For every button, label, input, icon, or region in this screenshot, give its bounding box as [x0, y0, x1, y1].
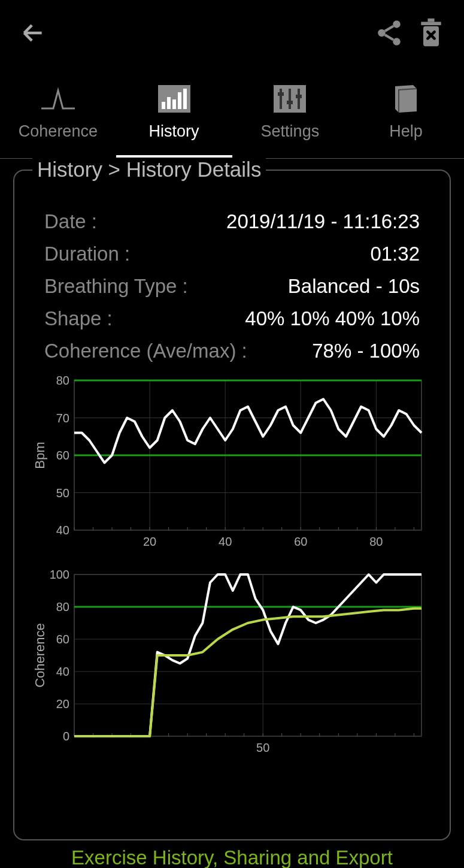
- svg-rect-8: [167, 97, 171, 109]
- back-button[interactable]: [12, 12, 54, 54]
- breathing-type-label: Breathing Type :: [44, 275, 188, 298]
- svg-rect-14: [289, 89, 291, 109]
- tab-history[interactable]: History: [116, 66, 232, 158]
- svg-text:Coherence: Coherence: [32, 623, 47, 688]
- svg-text:40: 40: [219, 535, 232, 548]
- svg-point-2: [393, 38, 401, 45]
- svg-text:40: 40: [56, 524, 69, 537]
- tab-label: History: [149, 122, 199, 141]
- svg-rect-18: [296, 95, 302, 98]
- svg-text:60: 60: [56, 449, 69, 462]
- bar-chart-icon: [156, 84, 192, 114]
- coherence-value: 78% - 100%: [312, 340, 420, 362]
- tab-help[interactable]: Help: [348, 66, 464, 158]
- share-button[interactable]: [368, 12, 410, 54]
- svg-point-1: [378, 29, 386, 37]
- svg-text:70: 70: [56, 412, 69, 425]
- svg-rect-9: [172, 99, 176, 109]
- svg-text:Bpm: Bpm: [32, 441, 47, 468]
- svg-text:80: 80: [56, 374, 69, 387]
- svg-text:50: 50: [56, 486, 69, 500]
- svg-rect-10: [178, 92, 181, 109]
- svg-rect-60: [74, 574, 421, 736]
- svg-text:80: 80: [56, 600, 69, 613]
- shape-label: Shape :: [44, 307, 113, 330]
- svg-text:0: 0: [63, 730, 69, 743]
- tab-label: Coherence: [19, 122, 98, 141]
- tab-coherence[interactable]: Coherence: [0, 66, 116, 158]
- footer-caption: Exercise History, Sharing and Export: [0, 846, 464, 868]
- svg-rect-3: [421, 22, 441, 25]
- svg-text:60: 60: [294, 535, 307, 548]
- svg-rect-11: [183, 89, 187, 109]
- shape-value: 40% 10% 40% 10%: [245, 307, 420, 330]
- tab-settings[interactable]: Settings: [232, 66, 348, 158]
- svg-text:40: 40: [56, 665, 69, 678]
- date-value: 2019/11/19 - 11:16:23: [226, 210, 420, 233]
- tab-label: Settings: [261, 122, 320, 141]
- svg-text:80: 80: [369, 535, 383, 548]
- svg-text:100: 100: [50, 568, 69, 581]
- bpm-chart: 405060708020406080Bpm: [32, 374, 432, 557]
- pulse-icon: [40, 84, 76, 114]
- duration-value: 01:32: [370, 243, 420, 265]
- sliders-icon: [272, 84, 308, 114]
- svg-rect-17: [287, 101, 293, 104]
- svg-text:20: 20: [56, 697, 69, 710]
- breathing-type-value: Balanced - 10s: [288, 275, 420, 298]
- svg-rect-15: [298, 89, 300, 109]
- delete-button[interactable]: [410, 12, 452, 54]
- svg-rect-16: [278, 92, 284, 96]
- coherence-chart: 02040608010050Coherence: [32, 568, 432, 763]
- svg-rect-13: [280, 89, 282, 109]
- tab-label: Help: [389, 122, 423, 141]
- book-icon: [388, 84, 424, 114]
- svg-rect-7: [162, 102, 165, 109]
- svg-rect-4: [427, 19, 434, 22]
- coherence-label: Coherence (Ave/max) :: [44, 340, 247, 362]
- date-label: Date :: [44, 210, 97, 233]
- history-details-panel: History > History Details Date :2019/11/…: [13, 170, 451, 840]
- breadcrumb: History > History Details: [32, 158, 266, 182]
- duration-label: Duration :: [44, 243, 130, 265]
- svg-text:20: 20: [143, 535, 156, 548]
- svg-text:60: 60: [56, 633, 69, 646]
- svg-text:50: 50: [256, 741, 269, 754]
- svg-point-0: [393, 20, 401, 28]
